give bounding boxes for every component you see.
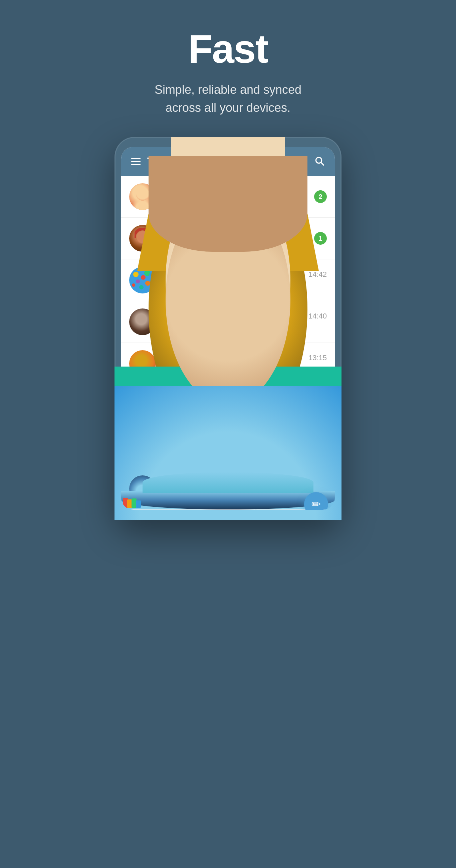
chat-item-wave[interactable]: Wave Hunters Jane: Meet you at the beach… [121,468,335,510]
avatar-wave [129,475,156,502]
chat-right-alicia: 2 [314,190,327,203]
phone-container: Telegram Alicia Torreaux [115,137,341,520]
time-cat: 13:15 [308,353,327,362]
hero-section: Fast Simple, reliable and synced across … [0,0,456,137]
hamburger-line-2 [131,161,141,162]
avatar-monika [129,434,156,460]
chat-item-monika[interactable]: Monika Parker ✓✓ 10:00 I don't remember … [121,426,335,468]
hero-subtitle: Simple, reliable and synced across all y… [155,81,301,117]
phone-screen: Telegram Alicia Torreaux [121,147,335,510]
hamburger-line-3 [131,164,141,165]
time-karen: 14:40 [308,312,327,320]
svg-line-1 [321,162,324,165]
menu-button[interactable] [131,158,141,165]
badge-roberto: 1 [314,232,327,245]
compose-icon: ✏ [311,498,321,510]
chat-list: Alicia Torreaux ✓ 13:02 Bob says hi. 2 [121,176,335,510]
search-button[interactable] [314,156,325,167]
hamburger-line-1 [131,158,141,159]
hero-subtitle-line2: across all your devices. [165,101,291,115]
hero-subtitle-line1: Simple, reliable and synced [155,83,301,96]
search-icon [314,156,325,166]
svg-point-0 [316,157,322,163]
chat-right-roberto: 1 [314,232,327,245]
hero-title: Fast [188,27,268,71]
badge-alicia: 2 [314,190,327,203]
time-campus: 14:42 [308,270,327,279]
